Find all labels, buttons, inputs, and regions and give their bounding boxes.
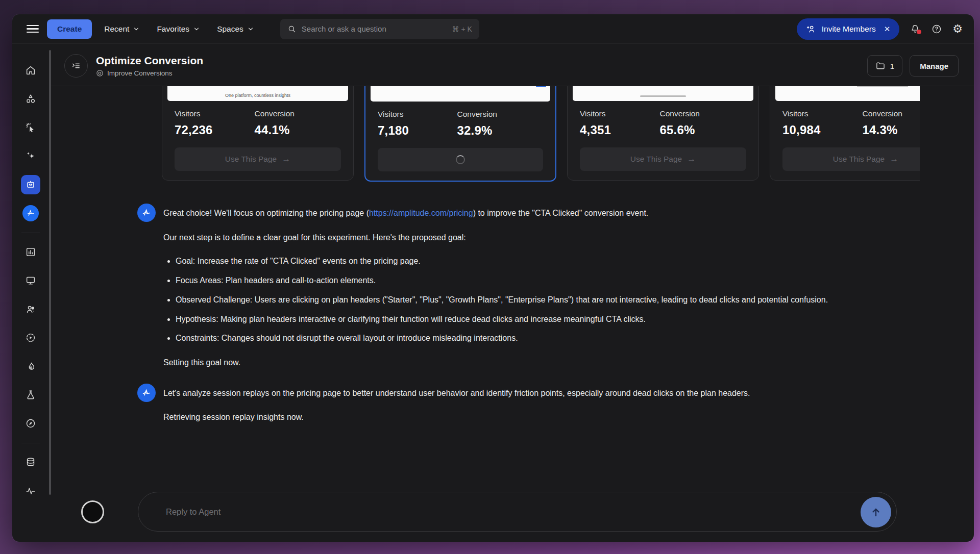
page-thumbnail (573, 86, 753, 101)
visitors-label: Visitors (378, 110, 457, 119)
top-nav: Create Recent Favorites Spaces Search or… (12, 14, 974, 44)
arrow-up-icon (869, 506, 883, 519)
message-paragraph: Great choice! We'll focus on optimizing … (163, 207, 828, 220)
menu-spaces[interactable]: Spaces (212, 20, 259, 38)
reply-bar (51, 492, 974, 542)
doc-count: 1 (890, 62, 894, 70)
sidebar-item-discover[interactable] (12, 409, 49, 438)
notifications-button[interactable] (910, 23, 921, 35)
chevron-down-icon (133, 26, 139, 32)
goal-bullet-list: Goal: Increase the rate of "CTA Clicked"… (163, 255, 828, 345)
sidebar-item-agent-active[interactable] (12, 170, 49, 199)
use-this-page-button[interactable]: Use This Page→ (580, 147, 746, 171)
sidebar-item-experiments[interactable] (12, 381, 49, 409)
amplitude-logo-icon (141, 207, 152, 218)
visitors-label: Visitors (175, 109, 254, 118)
agent-message-1: Great choice! We'll focus on optimizing … (137, 204, 888, 369)
notification-badge (917, 30, 921, 34)
conversion-label: Conversion (862, 109, 920, 118)
sidebar-item-objects[interactable] (12, 85, 49, 113)
sidebar-divider (21, 438, 40, 448)
left-sidebar (12, 44, 49, 542)
invite-members-button[interactable]: Invite Members ✕ (797, 18, 900, 40)
documents-button[interactable]: 1 (867, 55, 902, 77)
page-title: Optimize Conversion (96, 55, 203, 67)
amplitude-logo-icon (26, 208, 36, 218)
pricing-page-link[interactable]: https://amplitude.com/pricing (369, 209, 473, 217)
search-input[interactable]: Search or ask a question ⌘ + K (280, 19, 479, 39)
search-placeholder: Search or ask a question (302, 24, 386, 33)
arrow-right-icon: → (890, 154, 898, 164)
hamburger-menu-icon[interactable] (27, 25, 39, 33)
page-card-4[interactable]: Visitors10,984 Conversion14.3% Use This … (770, 86, 920, 181)
create-button[interactable]: Create (47, 19, 92, 39)
settings-button[interactable]: ⚙ (952, 23, 963, 35)
loading-spinner-icon (456, 155, 465, 164)
bullet-goal: Goal: Increase the rate of "CTA Clicked"… (176, 255, 828, 268)
goal-target-icon (96, 69, 104, 77)
invite-members-label: Invite Members (822, 24, 876, 34)
page-card-1[interactable]: One platform, countless insights Visitor… (162, 86, 354, 181)
visitors-value: 4,351 (580, 123, 659, 137)
sidebar-item-data[interactable] (12, 448, 49, 476)
folder-icon (875, 61, 886, 71)
message-paragraph: Retrieving session replay insights now. (163, 411, 750, 424)
send-button[interactable] (861, 497, 891, 527)
help-button[interactable] (931, 23, 942, 35)
heatmap-flame-icon (25, 361, 36, 372)
close-icon[interactable]: ✕ (884, 24, 891, 34)
sidebar-item-charts[interactable] (12, 238, 49, 266)
visitors-value: 10,984 (782, 123, 862, 137)
page-thumbnail: One platform, countless insights (167, 86, 348, 101)
conversion-label: Conversion (659, 109, 739, 118)
visitors-label: Visitors (782, 109, 862, 118)
sparkles-icon (25, 150, 36, 162)
arrow-right-icon: → (687, 154, 696, 164)
sidebar-item-session-replay[interactable] (12, 323, 49, 352)
conversion-value: 44.1% (254, 123, 334, 137)
bullet-focus-areas: Focus Areas: Plan headers and call-to-ac… (176, 274, 828, 287)
sidebar-item-ai[interactable] (12, 142, 49, 170)
sidebar-item-activity[interactable] (12, 476, 49, 505)
message-paragraph: Setting this goal now. (163, 356, 828, 369)
sidebar-item-events[interactable] (12, 113, 49, 142)
menu-favorites[interactable]: Favorites (152, 20, 205, 38)
visitors-value: 72,236 (175, 123, 254, 137)
page-card-3[interactable]: Visitors4,351 Conversion65.6% Use This P… (567, 86, 759, 181)
users-icon (25, 304, 36, 315)
use-this-page-button-loading[interactable] (378, 148, 543, 171)
reply-field-container (138, 492, 897, 532)
message-paragraph: Let's analyze session replays on the pri… (163, 387, 750, 400)
home-icon (25, 65, 36, 76)
page-card-2-selected[interactable]: Visitors7,180 Conversion32.9% (364, 86, 556, 182)
bullet-observed-challenge: Observed Challenge: Users are clicking o… (176, 294, 828, 307)
visitors-value: 7,180 (378, 123, 457, 138)
use-this-page-button[interactable]: Use This Page→ (175, 147, 341, 171)
thumbnail-caption: One platform, countless insights (167, 93, 348, 98)
panel-toggle-button[interactable] (64, 54, 88, 78)
sidebar-item-amplitude[interactable] (12, 199, 49, 228)
menu-recent[interactable]: Recent (99, 20, 144, 38)
use-this-page-button[interactable]: Use This Page→ (782, 147, 920, 171)
compass-icon (25, 418, 36, 429)
experiment-flask-icon (25, 389, 36, 400)
collapse-list-icon (71, 61, 81, 71)
sidebar-item-audiences[interactable] (12, 295, 49, 323)
conversion-label: Conversion (457, 110, 537, 119)
visitors-label: Visitors (580, 109, 659, 118)
gear-icon: ⚙ (952, 22, 963, 35)
sidebar-item-heatmaps[interactable] (12, 352, 49, 381)
search-shortcut: ⌘ + K (452, 25, 472, 33)
page-subtitle: Improve Conversions (107, 69, 173, 77)
manage-button[interactable]: Manage (910, 55, 959, 77)
record-indicator[interactable] (81, 500, 104, 523)
page-thumbnail (775, 86, 920, 101)
sidebar-item-home[interactable] (12, 56, 49, 85)
sidebar-item-dashboards[interactable] (12, 266, 49, 295)
reply-input[interactable] (138, 492, 896, 531)
page-header: Optimize Conversion Improve Conversions … (51, 44, 974, 86)
page-cards-carousel: One platform, countless insights Visitor… (51, 86, 920, 190)
active-item-highlight (21, 175, 40, 194)
amplitude-logo-icon (141, 387, 152, 398)
agent-bot-icon (25, 179, 36, 190)
